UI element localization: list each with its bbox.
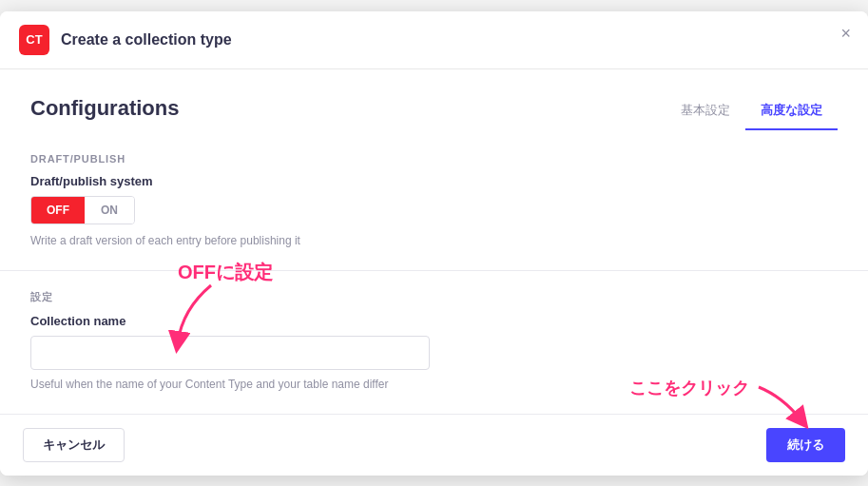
modal-footer: キャンセル 続ける: [0, 414, 868, 476]
tab-basic[interactable]: 基本設定: [665, 96, 745, 130]
divider: [0, 270, 868, 271]
close-button[interactable]: ×: [840, 25, 851, 42]
collection-name-label: Collection name: [30, 314, 838, 328]
collection-name-hint: Useful when the name of your Content Typ…: [30, 378, 838, 391]
continue-button[interactable]: 続ける: [766, 428, 845, 462]
tabs: 基本設定 高度な設定: [665, 96, 838, 130]
content-area: OFFに設定 DRAFT/PUBLISH Draft/publish syste…: [30, 153, 838, 391]
section-header: Configurations 基本設定 高度な設定: [30, 96, 838, 130]
settings-label: 設定: [30, 290, 838, 304]
draft-publish-label: DRAFT/PUBLISH: [30, 153, 838, 165]
modal-title: Create a collection type: [61, 31, 232, 49]
modal: CT Create a collection type × Configurat…: [0, 11, 868, 476]
toggle-on-button[interactable]: ON: [85, 197, 134, 224]
cancel-button[interactable]: キャンセル: [23, 428, 125, 462]
annotation-off: OFFに設定: [178, 260, 273, 285]
settings-section: 設定 Collection name Useful when the name …: [30, 290, 838, 391]
draft-publish-description: Write a draft version of each entry befo…: [30, 234, 838, 247]
configurations-title: Configurations: [30, 96, 179, 121]
draft-publish-section: DRAFT/PUBLISH Draft/publish system OFF O…: [30, 153, 838, 247]
draft-publish-field-label: Draft/publish system: [30, 174, 838, 188]
tab-advanced[interactable]: 高度な設定: [745, 96, 838, 130]
toggle-switch[interactable]: OFF ON: [30, 196, 135, 224]
toggle-off-button[interactable]: OFF: [31, 197, 85, 224]
collection-name-input[interactable]: [30, 336, 430, 370]
modal-icon-ct: CT: [19, 25, 49, 55]
modal-body: Configurations 基本設定 高度な設定 OFFに設定 DRAFT/P: [0, 69, 868, 391]
modal-header: CT Create a collection type ×: [0, 11, 868, 69]
